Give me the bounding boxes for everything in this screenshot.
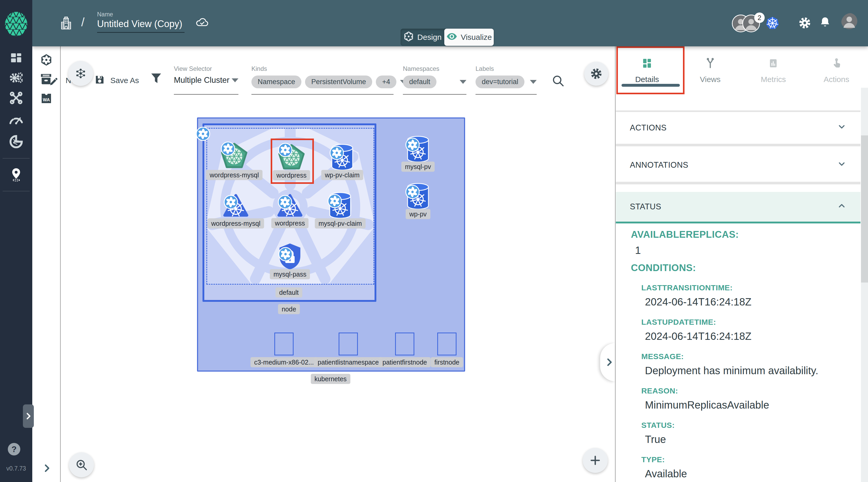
namespaces-filter[interactable]: Namespaces default bbox=[403, 65, 466, 95]
status-field-key: LASTUPDATETIME: bbox=[641, 318, 849, 327]
meshery-badge-icon bbox=[330, 146, 344, 161]
actions-accordion-title: ACTIONS bbox=[630, 123, 666, 132]
labels-filter[interactable]: Labels dev=tutorial bbox=[475, 65, 537, 95]
cluster-node-firstnode[interactable] bbox=[437, 333, 457, 356]
add-node-fab[interactable] bbox=[583, 448, 608, 473]
availablereplicas-value: 1 bbox=[635, 244, 849, 256]
save-as-icon[interactable] bbox=[94, 74, 105, 86]
status-field-value: 2024-06-14T16:24:18Z bbox=[645, 330, 849, 342]
cluster-node-c3-medium-x86-02...[interactable] bbox=[274, 333, 293, 356]
view-selector-dropdown[interactable]: View Selector Multiple Cluster bbox=[174, 65, 239, 95]
chevron-down-icon bbox=[837, 122, 846, 133]
version-label: v0.7.73 bbox=[0, 465, 32, 472]
user-avatar[interactable] bbox=[841, 13, 861, 33]
sidebar-item-extensions[interactable] bbox=[0, 134, 32, 149]
availablereplicas-key: AVAILABLEREPLICAS: bbox=[631, 229, 849, 240]
annotation-highlight-details-tab bbox=[616, 47, 684, 94]
cluster-node-patientlistnamespace[interactable] bbox=[339, 333, 358, 356]
edit-pencil-icon[interactable] bbox=[49, 77, 59, 88]
kinds-filter[interactable]: Kinds NamespacePersistentVolume+4 bbox=[251, 65, 394, 95]
sidebar-item-lifecycle[interactable] bbox=[0, 70, 32, 86]
node-name-label: wp-pv-claim bbox=[321, 170, 363, 180]
tab-label: Metrics bbox=[761, 75, 786, 84]
sidebar-divider bbox=[3, 191, 30, 191]
meshery-badge-icon bbox=[221, 141, 235, 157]
sidebar-item-performance[interactable] bbox=[0, 112, 32, 128]
settings-gear-icon[interactable] bbox=[799, 17, 811, 30]
status-accordion-title: STATUS bbox=[630, 202, 661, 211]
sidebar-expand-button[interactable] bbox=[23, 404, 34, 428]
search-icon[interactable] bbox=[551, 74, 565, 89]
node-name-label: patientfirstnode bbox=[379, 357, 431, 367]
node-name-label: wordpress-mysql bbox=[208, 218, 264, 229]
chevron-down-icon bbox=[837, 159, 846, 171]
filter-chip[interactable]: Namespace bbox=[251, 76, 301, 88]
status-accordion[interactable]: STATUS bbox=[616, 192, 861, 223]
shapes-fab-button[interactable] bbox=[68, 61, 93, 86]
tab-label: Actions bbox=[824, 75, 849, 84]
annotations-accordion-title: ANNOTATIONS bbox=[630, 160, 688, 170]
sidebar-item-configuration[interactable] bbox=[0, 90, 32, 106]
node-name-label: mysql-pv-claim bbox=[315, 218, 366, 229]
namespace-label[interactable]: default bbox=[275, 288, 302, 298]
sidebar-item-dashboard[interactable] bbox=[0, 50, 32, 66]
filter-chip[interactable]: dev=tutorial bbox=[475, 76, 524, 88]
node-name-label: c3-medium-x86-02... bbox=[250, 357, 317, 367]
panel-collapse-handle[interactable] bbox=[600, 343, 615, 381]
cluster-node-patientfirstnode[interactable] bbox=[395, 333, 414, 356]
status-details: AVAILABLEREPLICAS: 1 CONDITIONS: LASTTRA… bbox=[631, 229, 849, 480]
meshery-logo[interactable] bbox=[4, 11, 29, 38]
save-as-button[interactable]: Save As bbox=[111, 76, 139, 85]
status-field-key: LASTTRANSITIONTIME: bbox=[641, 283, 849, 292]
organization-icon[interactable] bbox=[60, 16, 73, 31]
filter-chip[interactable]: +4 bbox=[376, 76, 396, 88]
meshery-badge-icon bbox=[196, 126, 210, 142]
chevron-down-icon bbox=[530, 80, 537, 84]
filter-funnel-icon[interactable] bbox=[150, 72, 163, 86]
visualize-mode-tab[interactable]: Visualize bbox=[444, 29, 494, 46]
filter-chip[interactable]: default bbox=[403, 76, 436, 88]
svg-text:WA: WA bbox=[43, 97, 50, 102]
sidebar-divider bbox=[3, 158, 30, 158]
design-mode-tab[interactable]: Design bbox=[401, 29, 444, 46]
meshery-badge-icon bbox=[224, 195, 238, 210]
design-icon bbox=[403, 31, 414, 44]
mode-toggle: Design Visualize bbox=[401, 29, 494, 46]
app-window: / Name Design Visualize 2 ? v0.7.73 bbox=[0, 0, 868, 482]
notifications-bell-icon[interactable] bbox=[819, 16, 831, 30]
help-button[interactable]: ? bbox=[8, 443, 20, 455]
view-name-input[interactable] bbox=[97, 18, 185, 33]
filter-label: Kinds bbox=[251, 65, 394, 72]
status-field-value: True bbox=[645, 433, 849, 445]
chevron-down-icon bbox=[460, 80, 466, 84]
cluster-label[interactable]: kubernetes bbox=[311, 374, 350, 384]
node-name-label: wordpress-mysql bbox=[206, 170, 262, 180]
annotations-accordion[interactable]: ANNOTATIONS bbox=[616, 148, 861, 182]
node-label[interactable]: node bbox=[278, 304, 300, 314]
cloud-save-status-icon bbox=[195, 16, 209, 29]
eye-icon bbox=[446, 32, 458, 43]
actions-accordion[interactable]: ACTIONS bbox=[616, 112, 861, 144]
zoom-in-fab[interactable] bbox=[69, 452, 94, 477]
tab-metrics[interactable]: Metrics bbox=[742, 47, 805, 94]
canvas-settings-fab[interactable] bbox=[584, 62, 608, 86]
filter-chip[interactable]: PersistentVolume bbox=[305, 76, 372, 88]
annotation-highlight-wordpress-deployment bbox=[271, 139, 314, 184]
node-name-label: mysql-pv bbox=[401, 162, 435, 172]
node-name-label: patientlistnamespace bbox=[314, 357, 382, 367]
meshery-spiral-icon[interactable] bbox=[40, 54, 53, 67]
expand-toolbar-chevron-icon[interactable] bbox=[42, 463, 52, 475]
status-field-value: MinimumReplicasAvailable bbox=[645, 399, 849, 411]
wasm-filter-icon[interactable]: WA bbox=[40, 92, 53, 106]
node-name-label: mysql-pass bbox=[270, 269, 310, 279]
kubernetes-context-icon[interactable] bbox=[765, 16, 780, 31]
sidebar-item-kanvas[interactable] bbox=[0, 167, 32, 182]
node-name-label: firstnode bbox=[431, 357, 463, 367]
tab-label: Views bbox=[700, 75, 720, 84]
panel-scrollbar-thumb[interactable] bbox=[861, 135, 868, 282]
tab-actions[interactable]: Actions bbox=[805, 47, 868, 94]
status-field-value: 2024-06-14T16:24:18Z bbox=[645, 296, 849, 308]
tab-views[interactable]: Views bbox=[679, 47, 742, 94]
filter-label: Labels bbox=[475, 65, 537, 72]
status-field-key: STATUS: bbox=[641, 421, 849, 430]
